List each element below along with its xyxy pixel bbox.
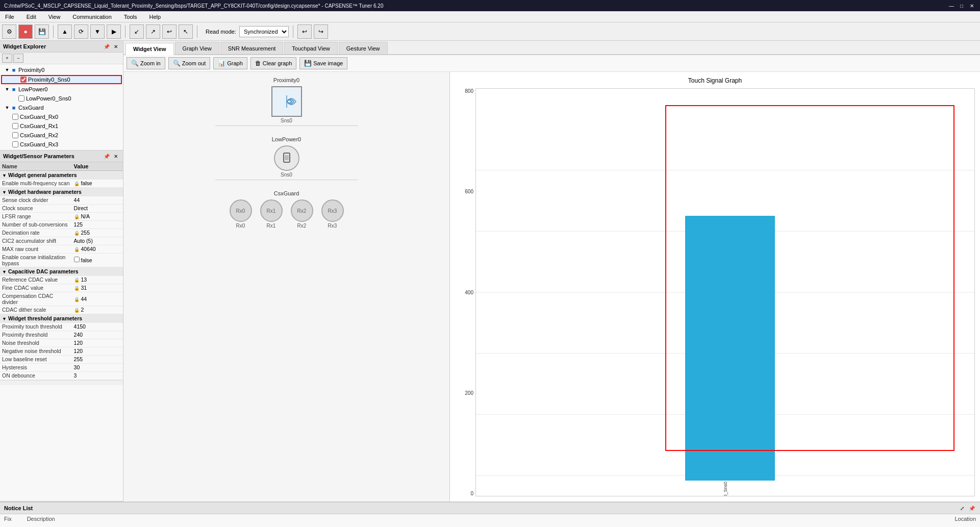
tree-item-csxguard-rx1[interactable]: CsxGuard_Rx1: [0, 121, 123, 131]
tb-btn-3[interactable]: 💾: [35, 24, 49, 39]
tree-expand-btn[interactable]: +: [2, 54, 12, 63]
menu-communication[interactable]: Communication: [69, 13, 114, 21]
param-row: CIC2 accumulator shift Auto (5): [0, 237, 123, 245]
param-row-max-raw: MAX raw count 🔒 40640: [0, 245, 123, 253]
notice-panel-title: Notice List: [4, 505, 33, 511]
tree-item-proximity0[interactable]: ▼ ■ Proximity0: [0, 65, 123, 74]
y-label-0: 0: [470, 491, 473, 496]
menu-help[interactable]: Help: [146, 13, 164, 21]
tab-snr-measurement[interactable]: SNR Measurement: [220, 42, 284, 54]
tree-toggle-proximity0[interactable]: ▼: [4, 67, 10, 72]
zoom-out-button[interactable]: 🔍 Zoom out: [168, 57, 210, 69]
tb-btn-5[interactable]: ⟳: [74, 24, 88, 39]
tb-btn-8[interactable]: ↙: [130, 24, 144, 39]
svg-rect-3: [285, 155, 289, 160]
we-close-button[interactable]: ✕: [112, 42, 120, 51]
tb-btn-9[interactable]: ↗: [146, 24, 160, 39]
menu-view[interactable]: View: [45, 13, 64, 21]
tb-btn-7[interactable]: ▶: [107, 24, 121, 39]
param-row: Enable multi-frequency scan 🔒 false: [0, 179, 123, 187]
checkbox-csxguard-rx2[interactable]: [12, 132, 18, 138]
tree-item-csxguard-rx3[interactable]: CsxGuard_Rx3: [0, 140, 123, 149]
checkbox-csxguard-rx0[interactable]: [12, 114, 18, 120]
menu-tools[interactable]: Tools: [121, 13, 140, 21]
checkbox-lowpower0-sns0[interactable]: [18, 95, 24, 102]
tree-item-csxguard-rx2[interactable]: CsxGuard_Rx2: [0, 131, 123, 140]
section-general[interactable]: ▼Widget general parameters: [0, 170, 123, 179]
tree-item-lowpower0-sns0[interactable]: LowPower0_Sns0: [0, 94, 123, 103]
params-pin-button[interactable]: 📌: [103, 152, 111, 160]
tree-toggle-csxguard[interactable]: ▼: [4, 105, 10, 110]
maximize-button[interactable]: □: [958, 2, 966, 10]
rx3-text: Rx3: [328, 208, 337, 214]
csxguard-rx2-label: CsxGuard_Rx2: [20, 132, 58, 138]
param-row: LFSR range 🔒 N/A: [0, 212, 123, 220]
params-panel-btns: 📌 ✕: [103, 152, 120, 160]
title-bar-controls: — □ ✕: [947, 2, 976, 10]
menu-file[interactable]: File: [2, 13, 17, 21]
param-row: Compensation CDAC divider 🔒 44: [0, 292, 123, 306]
param-name: Sense clock divider: [0, 196, 72, 204]
menu-edit[interactable]: Edit: [23, 13, 39, 21]
horizontal-scrollbar[interactable]: [0, 380, 123, 385]
clear-graph-button[interactable]: 🗑 Clear graph: [250, 57, 296, 69]
tab-graph-view[interactable]: Graph View: [175, 42, 219, 54]
we-pin-button[interactable]: 📌: [103, 42, 111, 51]
section-threshold[interactable]: ▼Widget threshold parameters: [0, 314, 123, 322]
tree-item-lowpower0[interactable]: ▼ ■ LowPower0: [0, 85, 123, 94]
param-row: CDAC dither scale 🔒 2: [0, 306, 123, 314]
params-close-button[interactable]: ✕: [112, 152, 120, 160]
redo-button[interactable]: ↪: [314, 24, 328, 39]
param-row: Proximity threshold 240: [0, 331, 123, 339]
notice-col-fix: Fix: [4, 516, 12, 522]
tb-btn-10[interactable]: ↩: [162, 24, 177, 39]
tab-gesture-view[interactable]: Gesture View: [339, 42, 388, 54]
param-name: Compensation CDAC divider: [0, 292, 72, 306]
checkbox-csxguard-rx1[interactable]: [12, 123, 18, 129]
params-panel: Widget/Sensor Parameters 📌 ✕ Name Value: [0, 150, 123, 501]
tree-toggle-lowpower0[interactable]: ▼: [4, 87, 10, 92]
notice-pin-button[interactable]: 📌: [968, 504, 976, 512]
tb-btn-4[interactable]: ▲: [58, 24, 72, 39]
close-button[interactable]: ✕: [968, 2, 976, 10]
csxguard-title: CsxGuard: [274, 190, 299, 196]
tb-btn-6[interactable]: ▼: [90, 24, 105, 39]
tree-item-proximity0-sns0[interactable]: Proximity0_Sns0: [1, 75, 122, 84]
tb-btn-2[interactable]: ●: [18, 24, 33, 39]
param-value: 120: [72, 347, 123, 355]
tree-item-csxguard-rx0[interactable]: CsxGuard_Rx0: [0, 112, 123, 121]
coarse-bypass-checkbox[interactable]: [74, 257, 80, 262]
clear-graph-icon: 🗑: [255, 60, 261, 67]
zoom-in-button[interactable]: 🔍 Zoom in: [127, 57, 165, 69]
tb-btn-1[interactable]: ⚙: [2, 24, 16, 39]
checkbox-csxguard-rx3[interactable]: [12, 141, 18, 147]
tab-widget-view[interactable]: Widget View: [125, 43, 174, 55]
tb-btn-11[interactable]: ↖: [179, 24, 193, 39]
notice-float-button[interactable]: ⤢: [958, 504, 966, 512]
checkbox-proximity0-sns0[interactable]: [20, 77, 27, 83]
read-mode-container: Read mode: Synchronized Manual Continuou…: [206, 26, 289, 37]
read-mode-select[interactable]: Synchronized Manual Continuous: [239, 26, 289, 37]
tree-collapse-btn[interactable]: −: [13, 54, 23, 63]
tree-container: ▼ ■ Proximity0 Proximity0_Sns0 ▼ ■ LowPo: [0, 64, 123, 150]
toggle-capacitive: ▼: [2, 269, 7, 274]
tree-item-csxguard[interactable]: ▼ ■ CsxGuard: [0, 103, 123, 112]
section-hardware[interactable]: ▼Widget hardware parameters: [0, 187, 123, 196]
minimize-button[interactable]: —: [947, 2, 956, 10]
x-label-proximity0-sns0: Proximity0_Sns0: [723, 482, 728, 496]
proximity0-label: Proximity0: [18, 67, 44, 73]
sensor-section-lowpower0: LowPower0 Sns0: [129, 136, 444, 180]
section-capacitive[interactable]: ▼Capacitive DAC parameters: [0, 267, 123, 275]
undo-button[interactable]: ↩: [297, 24, 312, 39]
tab-touchpad-view[interactable]: Touchpad View: [284, 42, 337, 54]
param-row: Low baseline reset 255: [0, 355, 123, 363]
lowpower-icon-svg: [280, 151, 294, 165]
csx-rx1-label: Rx1: [267, 223, 276, 229]
graph-button[interactable]: 📊 Graph: [213, 57, 247, 69]
csxguard-rx0-label: CsxGuard_Rx0: [20, 114, 58, 120]
panel-header-btns: 📌 ✕: [103, 42, 120, 51]
widget-view-panel: Proximity0 Sns0 LowPower0: [123, 72, 450, 501]
param-name-coarse: Enable coarse initialization bypass: [0, 253, 72, 267]
save-image-button[interactable]: 💾 Save image: [299, 57, 347, 69]
param-value: Auto (5): [72, 237, 123, 245]
